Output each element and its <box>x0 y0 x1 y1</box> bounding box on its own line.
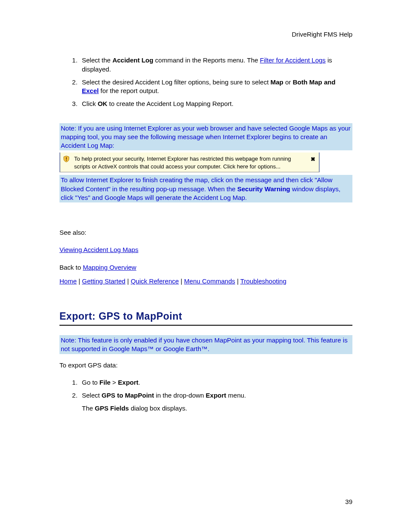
text: Select the desired Accident Log filter o… <box>82 78 271 86</box>
export-step-1: Go to File > Export. <box>79 378 352 387</box>
text-bold: Security Warning <box>237 185 290 193</box>
text: . <box>138 379 140 386</box>
link-filter-accident-logs[interactable]: Filter for Accident Logs <box>260 56 326 64</box>
ie-information-bar[interactable]: To help protect your security, Internet … <box>59 152 320 172</box>
text: > <box>111 379 118 386</box>
text-bold: Export <box>206 392 227 399</box>
section-heading-export: Export: GPS to MapPoint <box>59 310 352 323</box>
step-1: Select the Accident Log command in the R… <box>79 56 352 74</box>
text: The <box>82 404 95 412</box>
nav-links: Home | Getting Started | Quick Reference… <box>59 277 352 286</box>
text: dialog box displays. <box>129 404 187 412</box>
export-intro: To export GPS data: <box>59 361 352 370</box>
sep: | <box>125 277 131 285</box>
text: to create the Accident Log Mapping Repor… <box>107 100 234 107</box>
sep: | <box>235 277 240 285</box>
text: command in the Reports menu. The <box>153 56 260 64</box>
sep: | <box>179 277 184 285</box>
text: Select the <box>82 56 112 64</box>
link-viewing-accident-log-maps[interactable]: Viewing Accident Log Maps <box>59 246 138 253</box>
text: in the drop-down <box>154 392 206 399</box>
export-steps: Go to File > Export. Select GPS to MapPo… <box>59 378 352 400</box>
numbered-steps: Select the Accident Log command in the R… <box>59 56 352 108</box>
text: Select <box>82 392 102 399</box>
step-3: Click OK to create the Accident Log Mapp… <box>79 100 352 108</box>
link-excel[interactable]: Excel <box>82 87 99 94</box>
link-mapping-overview[interactable]: Mapping Overview <box>83 264 136 271</box>
link-home[interactable]: Home <box>59 277 77 285</box>
see-also-section: See also: Viewing Accident Log Maps Back… <box>59 228 352 286</box>
link-troubleshooting[interactable]: Troubleshooting <box>240 277 286 285</box>
ie-bar-text: To help protect your security, Internet … <box>64 155 315 170</box>
page-header: DriveRight FMS Help <box>59 30 352 39</box>
text: Go to <box>82 379 100 386</box>
link-quick-reference[interactable]: Quick Reference <box>131 277 179 285</box>
text: Back to <box>59 264 83 271</box>
close-icon[interactable]: ✖ <box>311 156 315 163</box>
note-box-ie-google: Note: If you are using Internet Explorer… <box>59 123 352 151</box>
link-menu-commands[interactable]: Menu Commands <box>184 277 235 285</box>
shield-warning-icon <box>63 156 70 162</box>
text-bold: Map <box>271 78 283 86</box>
text-bold: OK <box>98 100 108 107</box>
svg-rect-0 <box>66 157 67 159</box>
export-step-2: Select GPS to MapPoint in the drop-down … <box>79 391 352 400</box>
see-also-label: See also: <box>59 228 352 237</box>
sep: | <box>77 277 82 285</box>
note-box-mappoint-only: Note: This feature is only enabled if yo… <box>59 335 352 354</box>
section-rule <box>59 325 352 326</box>
page-number: 39 <box>345 498 352 506</box>
text-bold: Export <box>118 379 139 386</box>
text-bold: Both Map and <box>293 78 335 86</box>
dialog-displays: The GPS Fields dialog box displays. <box>82 404 352 413</box>
text: or <box>283 78 293 86</box>
text-bold: File <box>100 379 111 386</box>
text: Click <box>82 100 98 107</box>
text: for the report output. <box>99 87 159 94</box>
text-bold: GPS Fields <box>95 404 129 412</box>
note-box-allow-content: To allow Internet Explorer to finish cre… <box>59 175 352 202</box>
text-bold: Accident Log <box>112 56 153 64</box>
svg-rect-1 <box>66 160 67 161</box>
text: menu. <box>226 392 246 399</box>
text-bold: GPS to MapPoint <box>102 392 154 399</box>
link-getting-started[interactable]: Getting Started <box>82 277 125 285</box>
step-2: Select the desired Accident Log filter o… <box>79 78 352 96</box>
